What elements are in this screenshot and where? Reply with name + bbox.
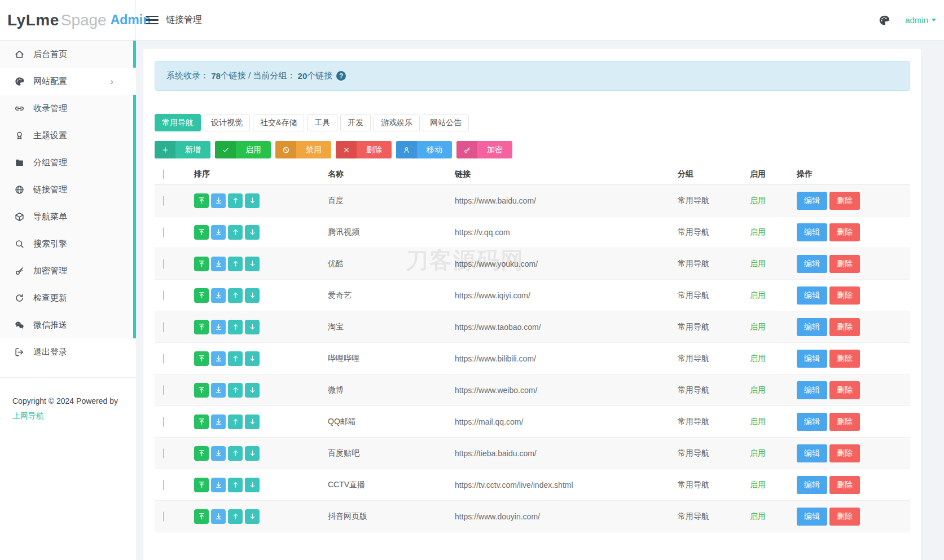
help-question-icon[interactable]: ? xyxy=(336,71,346,81)
sidebar-item-cube[interactable]: 导航菜单 xyxy=(0,203,136,230)
delete-button[interactable]: 删除 xyxy=(829,223,860,241)
move-up-button[interactable] xyxy=(228,351,243,366)
edit-button[interactable]: 编辑 xyxy=(797,350,827,368)
bulk-user-button[interactable]: 移动 xyxy=(396,141,452,158)
row-checkbox[interactable] xyxy=(163,480,164,490)
edit-button[interactable]: 编辑 xyxy=(797,476,827,494)
move-up-button[interactable] xyxy=(228,478,243,492)
sidebar-item-wechat[interactable]: 微信推送 xyxy=(0,311,136,338)
move-bottom-button[interactable] xyxy=(211,288,226,303)
move-top-button[interactable] xyxy=(194,478,209,492)
delete-button[interactable]: 删除 xyxy=(829,286,860,305)
row-checkbox[interactable] xyxy=(163,290,164,301)
row-checkbox[interactable] xyxy=(163,259,164,269)
edit-button[interactable]: 编辑 xyxy=(797,255,827,273)
bulk-check-button[interactable]: 启用 xyxy=(215,141,271,158)
move-top-button[interactable] xyxy=(194,351,209,366)
move-down-button[interactable] xyxy=(245,383,260,398)
row-checkbox[interactable] xyxy=(163,227,164,237)
move-bottom-button[interactable] xyxy=(211,257,226,271)
row-checkbox[interactable] xyxy=(163,354,164,364)
move-bottom-button[interactable] xyxy=(211,383,226,398)
bulk-close-button[interactable]: 删除 xyxy=(336,141,392,158)
edit-button[interactable]: 编辑 xyxy=(797,192,827,210)
row-checkbox[interactable] xyxy=(163,196,164,206)
sidebar-scrollbar[interactable] xyxy=(133,41,136,68)
move-up-button[interactable] xyxy=(228,257,243,271)
sidebar-item-home[interactable]: 后台首页 xyxy=(0,41,136,68)
move-up-button[interactable] xyxy=(228,225,243,240)
move-top-button[interactable] xyxy=(194,415,209,429)
move-up-button[interactable] xyxy=(228,446,243,461)
sidebar-item-award[interactable]: 主题设置 xyxy=(0,122,136,149)
edit-button[interactable]: 编辑 xyxy=(797,413,827,431)
delete-button[interactable]: 删除 xyxy=(829,381,860,399)
move-bottom-button[interactable] xyxy=(211,446,226,461)
move-down-button[interactable] xyxy=(245,446,260,461)
sidebar-item-logout[interactable]: 退出登录 xyxy=(0,338,136,365)
sidebar-item-refresh[interactable]: 检查更新 xyxy=(0,284,136,311)
move-bottom-button[interactable] xyxy=(211,225,226,240)
delete-button[interactable]: 删除 xyxy=(829,413,860,431)
move-down-button[interactable] xyxy=(245,288,260,303)
delete-button[interactable]: 删除 xyxy=(829,508,860,526)
row-checkbox[interactable] xyxy=(163,512,164,522)
move-bottom-button[interactable] xyxy=(211,351,226,366)
delete-button[interactable]: 删除 xyxy=(829,444,860,462)
move-down-button[interactable] xyxy=(245,415,260,429)
group-tab[interactable]: 设计视觉 xyxy=(204,114,250,131)
delete-button[interactable]: 删除 xyxy=(829,476,860,494)
group-tab[interactable]: 网站公告 xyxy=(423,114,469,131)
copyright-link[interactable]: 上网导航 xyxy=(12,409,136,422)
move-bottom-button[interactable] xyxy=(211,193,226,208)
edit-button[interactable]: 编辑 xyxy=(797,223,827,241)
sidebar-item-search[interactable]: 搜索引擎 xyxy=(0,230,136,257)
row-checkbox[interactable] xyxy=(163,448,164,458)
move-bottom-button[interactable] xyxy=(211,320,226,334)
delete-button[interactable]: 删除 xyxy=(829,318,860,336)
row-checkbox[interactable] xyxy=(163,322,164,332)
sidebar-item-link[interactable]: 收录管理 xyxy=(0,95,136,122)
move-down-button[interactable] xyxy=(245,320,260,334)
move-down-button[interactable] xyxy=(245,257,260,271)
move-up-button[interactable] xyxy=(228,288,243,303)
move-bottom-button[interactable] xyxy=(211,478,226,492)
group-tab[interactable]: 开发 xyxy=(340,114,371,131)
edit-button[interactable]: 编辑 xyxy=(797,286,827,305)
delete-button[interactable]: 删除 xyxy=(829,350,860,368)
move-top-button[interactable] xyxy=(194,193,209,208)
move-top-button[interactable] xyxy=(194,225,209,240)
move-top-button[interactable] xyxy=(194,446,209,461)
move-up-button[interactable] xyxy=(228,320,243,334)
move-down-button[interactable] xyxy=(245,478,260,492)
sidebar-item-palette[interactable]: 网站配置 › xyxy=(0,68,136,95)
bulk-plus-button[interactable]: 新增 xyxy=(155,141,210,158)
move-top-button[interactable] xyxy=(194,288,209,303)
sidebar-item-globe[interactable]: 链接管理 xyxy=(0,176,136,203)
move-up-button[interactable] xyxy=(228,193,243,208)
move-top-button[interactable] xyxy=(194,383,209,398)
group-tab[interactable]: 社交&存储 xyxy=(253,114,304,131)
move-down-button[interactable] xyxy=(245,193,260,208)
group-tab-active[interactable]: 常用导航 xyxy=(155,114,201,131)
move-down-button[interactable] xyxy=(245,225,260,240)
menu-toggle-icon[interactable] xyxy=(146,16,159,24)
sidebar-item-key[interactable]: 加密管理 xyxy=(0,257,136,284)
edit-button[interactable]: 编辑 xyxy=(797,508,827,526)
sidebar-scrollbar[interactable] xyxy=(133,95,136,338)
move-bottom-button[interactable] xyxy=(211,415,226,429)
select-all-checkbox[interactable] xyxy=(163,169,164,179)
move-top-button[interactable] xyxy=(194,320,209,334)
user-dropdown[interactable]: admin xyxy=(905,15,936,25)
row-checkbox[interactable] xyxy=(163,385,164,395)
group-tab[interactable]: 游戏娱乐 xyxy=(374,114,420,131)
move-up-button[interactable] xyxy=(228,509,243,524)
move-bottom-button[interactable] xyxy=(211,509,226,524)
move-top-button[interactable] xyxy=(194,257,209,271)
move-down-button[interactable] xyxy=(245,351,260,366)
move-up-button[interactable] xyxy=(228,383,243,398)
edit-button[interactable]: 编辑 xyxy=(797,318,827,336)
move-up-button[interactable] xyxy=(228,415,243,429)
edit-button[interactable]: 编辑 xyxy=(797,444,827,462)
delete-button[interactable]: 删除 xyxy=(829,255,860,273)
